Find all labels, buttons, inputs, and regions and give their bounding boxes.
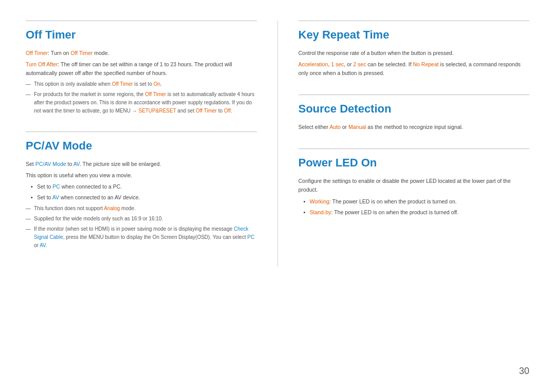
av-label: AV [73, 161, 80, 167]
section-off-timer: Off Timer Off Timer: Turn on Off Timer m… [26, 21, 257, 117]
bullet-av: Set to AV when connected to an AV device… [31, 193, 257, 202]
1sec-label: 1 sec [331, 61, 344, 67]
manual-label: Manual [348, 124, 366, 130]
off-timer-note1: — This option is only available when Off… [26, 80, 257, 88]
power-led-on-body: Configure the settings to enable or disa… [299, 177, 530, 216]
off-timer-label2: Off Timer [70, 50, 92, 56]
no-repeat-label: No Repeat [413, 61, 439, 67]
bullet-standby: Stand-by: The power LED is on when the p… [304, 208, 530, 217]
off-timer-note2: — For products for the market in some re… [26, 90, 257, 115]
pc-av-bullet-list: Set to PC when connected to a PC. Set to… [26, 182, 257, 202]
off-timer-body: Off Timer: Turn on Off Timer mode. Turn … [26, 49, 257, 115]
power-led-on-title: Power LED On [299, 156, 530, 170]
auto-label: Auto [329, 124, 341, 130]
source-detection-title: Source Detection [299, 102, 530, 116]
power-led-bullet-list: Working: The power LED is on when the pr… [299, 197, 530, 217]
top-rule-power-led [299, 148, 530, 149]
key-repeat-time-title: Key Repeat Time [299, 28, 530, 42]
pc-av-mode-title: PC/AV Mode [26, 139, 257, 153]
page-container: Off Timer Off Timer: Turn on Off Timer m… [0, 0, 555, 297]
pc-av-mode-body: Set PC/AV Mode to AV. The picture size w… [26, 160, 257, 250]
section-pc-av-mode: PC/AV Mode Set PC/AV Mode to AV. The pic… [26, 132, 257, 252]
off-timer-para1: Off Timer: Turn on Off Timer mode. [26, 49, 257, 58]
pc-av-para1: Set PC/AV Mode to AV. The picture size w… [26, 160, 257, 169]
top-rule-key-repeat [299, 21, 530, 21]
pc-av-note2: — Supplied for the wide models only such… [26, 215, 257, 223]
pc-av-note3: — If the monitor (when set to HDMI) is i… [26, 225, 257, 250]
source-detection-para: Select either Auto or Manual as the meth… [299, 123, 530, 132]
power-led-para1: Configure the settings to enable or disa… [299, 177, 530, 194]
acceleration-label: Acceleration [299, 61, 328, 67]
source-detection-body: Select either Auto or Manual as the meth… [299, 123, 530, 132]
top-rule-source-detection [299, 95, 530, 95]
off-timer-label1: Off Timer [26, 50, 48, 56]
pc-av-note1: — This function does not support Analog … [26, 204, 257, 213]
page-number: 30 [519, 366, 529, 377]
key-repeat-para2: Acceleration, 1 sec, or 2 sec can be sel… [299, 60, 530, 78]
off-timer-para2: Turn Off After: The off timer can be set… [26, 60, 257, 78]
turn-off-after-label: Turn Off After [26, 61, 58, 67]
section-power-led-on: Power LED On Configure the settings to e… [299, 148, 530, 219]
top-rule-pc-av [26, 132, 257, 132]
2sec-label: 2 sec [353, 61, 366, 67]
right-column: Key Repeat Time Control the response rat… [299, 21, 530, 266]
left-column: Off Timer Off Timer: Turn on Off Timer m… [26, 21, 257, 266]
column-divider [278, 21, 278, 266]
section-key-repeat-time: Key Repeat Time Control the response rat… [299, 21, 530, 80]
key-repeat-time-body: Control the response rate of a button wh… [299, 49, 530, 77]
key-repeat-para1: Control the response rate of a button wh… [299, 49, 530, 58]
top-rule-off-timer [26, 21, 257, 21]
section-source-detection: Source Detection Select either Auto or M… [299, 95, 530, 134]
bullet-working: Working: The power LED is on when the pr… [304, 197, 530, 206]
pc-av-para2: This option is useful when you view a mo… [26, 171, 257, 180]
off-timer-title: Off Timer [26, 28, 257, 42]
pc-av-mode-label: PC/AV Mode [35, 161, 66, 167]
bullet-pc: Set to PC when connected to a PC. [31, 182, 257, 191]
